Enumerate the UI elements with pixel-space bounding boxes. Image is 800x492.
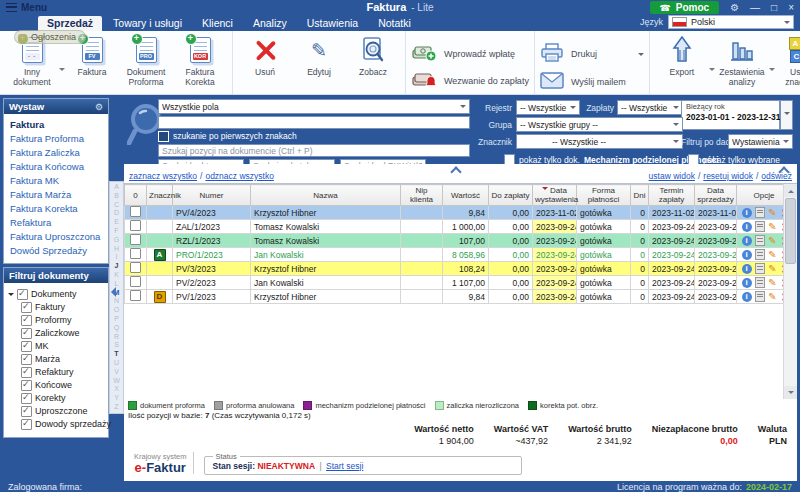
view-button[interactable]: Zobacz bbox=[346, 35, 400, 77]
column-header[interactable]: Forma płatności bbox=[577, 185, 631, 206]
alphabet-letter[interactable]: N bbox=[114, 297, 119, 306]
new-correction-button[interactable]: KOR Faktura Korekta bbox=[173, 35, 227, 87]
maximize-button[interactable]: □ bbox=[771, 3, 777, 13]
alphabet-letter[interactable]: O bbox=[114, 306, 119, 315]
row-checkbox[interactable] bbox=[130, 290, 141, 301]
rejestr-select[interactable]: -- Wszystkie -- bbox=[516, 100, 580, 115]
set-view-link[interactable]: ustaw widok bbox=[649, 171, 695, 181]
delete-button[interactable]: Usuń bbox=[238, 35, 292, 77]
alphabet-letter[interactable]: Y bbox=[114, 394, 119, 403]
sidebar-item[interactable]: Faktura bbox=[4, 118, 108, 132]
filter-tree-item[interactable]: Zaliczkowe bbox=[21, 327, 106, 340]
column-header[interactable]: Wartość bbox=[443, 185, 489, 206]
checkbox-icon[interactable] bbox=[21, 367, 32, 378]
select-all-link[interactable]: zaznacz wszystko bbox=[129, 171, 197, 181]
alphabet-letter[interactable]: V bbox=[114, 368, 119, 377]
delete-icon[interactable] bbox=[781, 222, 784, 232]
filter-tree-item[interactable]: MK bbox=[21, 340, 106, 353]
info-icon[interactable]: i bbox=[742, 208, 752, 218]
alphabet-letter[interactable]: X bbox=[114, 385, 119, 394]
edit-icon[interactable]: ✎ bbox=[768, 236, 778, 246]
checkbox-icon[interactable] bbox=[21, 380, 32, 391]
export-button[interactable]: Export bbox=[655, 35, 709, 77]
edit-icon[interactable]: ✎ bbox=[768, 278, 778, 288]
tab-5[interactable]: Notatki bbox=[369, 16, 420, 31]
preview-icon[interactable] bbox=[755, 263, 765, 274]
chevron-down-icon[interactable] bbox=[638, 53, 644, 59]
column-header[interactable]: Nazwa bbox=[251, 185, 401, 206]
filter-tree-item[interactable]: Uproszczone bbox=[21, 405, 106, 418]
delete-icon[interactable] bbox=[781, 292, 784, 302]
panel-gear-icon[interactable]: ⚙ bbox=[95, 102, 103, 112]
filter-tree-item[interactable]: Proformy bbox=[21, 314, 106, 327]
tab-0[interactable]: Sprzedaż bbox=[38, 16, 102, 31]
scrollbar-thumb[interactable] bbox=[785, 198, 796, 264]
alphabet-letter[interactable]: K bbox=[114, 271, 119, 280]
table-row[interactable]: ZAL/1/2023Tomasz Kowalski1 000,000,00202… bbox=[125, 220, 784, 234]
menu-button[interactable]: Menu bbox=[6, 2, 47, 13]
checkbox-icon[interactable] bbox=[21, 354, 32, 365]
sidebar-item[interactable]: Faktura Marża bbox=[4, 188, 108, 202]
reset-view-link[interactable]: resetuj widok bbox=[703, 171, 753, 181]
delete-icon[interactable] bbox=[781, 278, 784, 288]
sidebar-item[interactable]: Dowód Sprzedaży bbox=[4, 244, 108, 258]
column-header[interactable]: Termin zapłaty bbox=[649, 185, 695, 206]
row-checkbox[interactable] bbox=[130, 206, 141, 217]
help-button[interactable]: ☎ Pomoc bbox=[650, 1, 720, 14]
info-icon[interactable]: i bbox=[742, 250, 752, 260]
table-row[interactable]: PV/3/2023Krzysztof Hibner108,240,002023-… bbox=[125, 262, 784, 276]
settings-gear-icon[interactable]: ⚙ bbox=[730, 2, 739, 13]
column-header[interactable]: Numer bbox=[173, 185, 251, 206]
minimize-button[interactable]: — bbox=[750, 3, 760, 13]
tab-3[interactable]: Analizy bbox=[244, 16, 296, 31]
checkbox-icon[interactable] bbox=[21, 393, 32, 404]
scroll-down-button[interactable] bbox=[784, 386, 797, 399]
preview-icon[interactable] bbox=[755, 291, 765, 302]
info-icon[interactable]: i bbox=[742, 222, 752, 232]
preview-icon[interactable] bbox=[755, 277, 765, 288]
edit-icon[interactable]: ✎ bbox=[768, 250, 778, 260]
column-header[interactable]: Data wystawienia bbox=[533, 185, 577, 206]
alphabet-letter[interactable]: W bbox=[113, 377, 120, 386]
grupa-select[interactable]: -- Wszystkie grupy -- bbox=[516, 117, 683, 132]
search-field-select[interactable]: Wszystkie pola bbox=[158, 99, 470, 114]
column-header[interactable]: Dni bbox=[631, 185, 649, 206]
info-icon[interactable]: i bbox=[742, 264, 752, 274]
alphabet-letter[interactable]: J bbox=[115, 262, 119, 271]
delete-icon[interactable] bbox=[781, 250, 784, 260]
tab-4[interactable]: Ustawienia bbox=[298, 16, 367, 31]
reports-button[interactable]: Zestawienia analizy bbox=[715, 35, 769, 87]
preview-icon[interactable] bbox=[755, 207, 765, 218]
alphabet-letter[interactable]: P bbox=[114, 315, 119, 324]
collapse-search-icon[interactable] bbox=[452, 165, 459, 172]
alphabet-letter[interactable]: Q bbox=[114, 324, 119, 333]
checkbox-icon[interactable] bbox=[21, 341, 32, 352]
collapse-sidebar-icon[interactable] bbox=[106, 287, 116, 297]
table-row[interactable]: RZL/1/2023Tomasz Kowalski107,000,002023-… bbox=[125, 234, 784, 248]
info-icon[interactable]: i bbox=[742, 278, 752, 288]
alphabet-letter[interactable]: D bbox=[114, 209, 119, 218]
language-select[interactable]: Polski bbox=[668, 15, 794, 29]
edit-icon[interactable]: ✎ bbox=[768, 292, 778, 302]
info-icon[interactable]: i bbox=[742, 292, 752, 302]
payment-reminder-button[interactable]: Wezwanie do zapłaty bbox=[411, 71, 529, 91]
alphabet-letter[interactable]: C bbox=[114, 201, 119, 210]
filter-tree-item[interactable]: Refaktury bbox=[21, 366, 106, 379]
close-button[interactable]: × bbox=[788, 3, 794, 13]
edit-icon[interactable]: ✎ bbox=[768, 222, 778, 232]
alphabet-letter[interactable]: F bbox=[114, 227, 118, 236]
column-header[interactable]: Nip klienta bbox=[401, 185, 443, 206]
edit-button[interactable]: ✎ Edytuj bbox=[292, 35, 346, 77]
date-filter-select[interactable]: Wystawienia bbox=[728, 134, 793, 149]
filter-tree-item[interactable]: Faktury bbox=[21, 301, 106, 314]
date-range-dropdown-button[interactable] bbox=[780, 100, 793, 130]
info-icon[interactable]: i bbox=[742, 236, 752, 246]
sidebar-item[interactable]: Faktura MK bbox=[4, 174, 108, 188]
column-header[interactable]: Opcje bbox=[737, 185, 784, 206]
tab-1[interactable]: Towary i usługi bbox=[104, 16, 191, 31]
zaplaty-select[interactable]: -- Wszystkie -- bbox=[617, 100, 683, 115]
edit-icon[interactable]: ✎ bbox=[768, 208, 778, 218]
sidebar-item[interactable]: Faktura Uproszczona bbox=[4, 230, 108, 244]
column-header[interactable]: 0 bbox=[125, 185, 147, 206]
checkbox-icon[interactable] bbox=[21, 419, 32, 430]
